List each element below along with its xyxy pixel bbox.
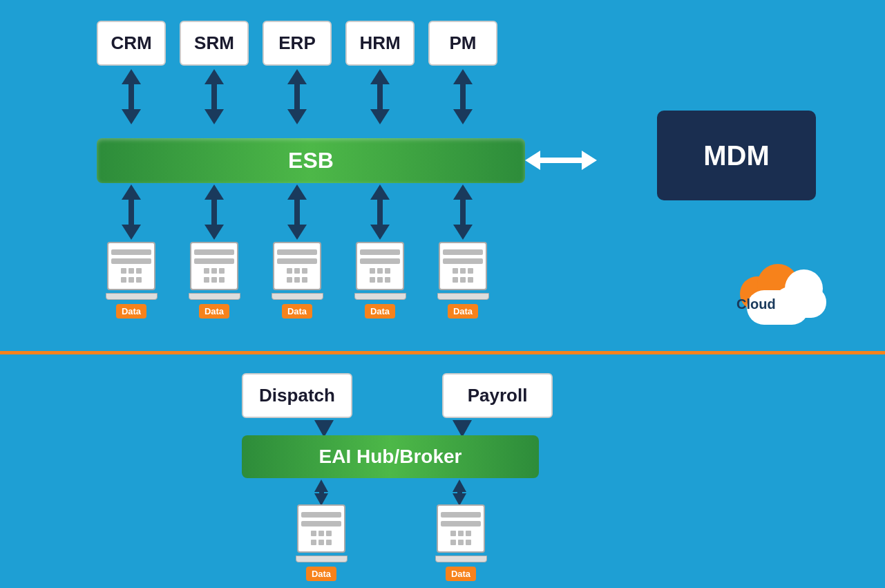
dispatch-box: Dispatch [242,373,352,418]
server-bottom-left: Data [287,504,356,581]
server-5: Data [428,242,497,319]
data-badge-3: Data [282,304,312,319]
data-badge-5: Data [448,304,478,319]
data-badge-bottom-1: Data [306,567,336,581]
crm-box: CRM [97,21,166,66]
server-bottom-right: Data [426,504,495,581]
data-badge-2: Data [199,304,229,319]
eai-to-server-left-arrow [314,480,328,506]
arrow-srm [180,69,249,124]
eai-bar: EAI Hub/Broker [242,435,539,478]
arrow-crm [97,69,166,124]
esb-bar: ESB [97,138,525,183]
data-badge-4: Data [365,304,395,319]
cloud-shape: Cloud [733,276,823,325]
arrow-down-3 [263,184,332,240]
cloud-label: Cloud [736,296,776,312]
top-arrows [97,69,497,124]
esb-mdm-arrow [525,151,597,170]
data-badge-1: Data [116,304,146,319]
pm-box: PM [428,21,497,66]
top-system-boxes: CRM SRM ERP HRM PM [97,21,497,66]
arrow-pm [428,69,497,124]
server-4: Data [345,242,415,319]
server-3: Data [263,242,332,319]
arrow-down-4 [345,184,415,240]
section-divider [0,351,885,354]
arrow-right-head [582,151,597,170]
top-servers: Data Data [97,242,497,319]
arrow-down-5 [428,184,497,240]
srm-box: SRM [180,21,249,66]
arrow-left-head [525,151,540,170]
bottom-system-boxes: Dispatch Payroll [242,373,553,418]
bottom-esb-arrows [97,184,497,240]
server-1: Data [97,242,166,319]
erp-box: ERP [263,21,332,66]
cloud-group: Cloud [733,276,823,325]
arrow-erp [263,69,332,124]
hrm-box: HRM [345,21,415,66]
arrow-down-2 [180,184,249,240]
mdm-box: MDM [657,111,816,200]
data-badge-bottom-2: Data [446,567,476,581]
payroll-box: Payroll [442,373,553,418]
server-2: Data [180,242,249,319]
eai-to-server-right-arrow [453,480,466,506]
arrow-line [540,158,582,163]
arrow-hrm [345,69,415,124]
arrow-down-1 [97,184,166,240]
